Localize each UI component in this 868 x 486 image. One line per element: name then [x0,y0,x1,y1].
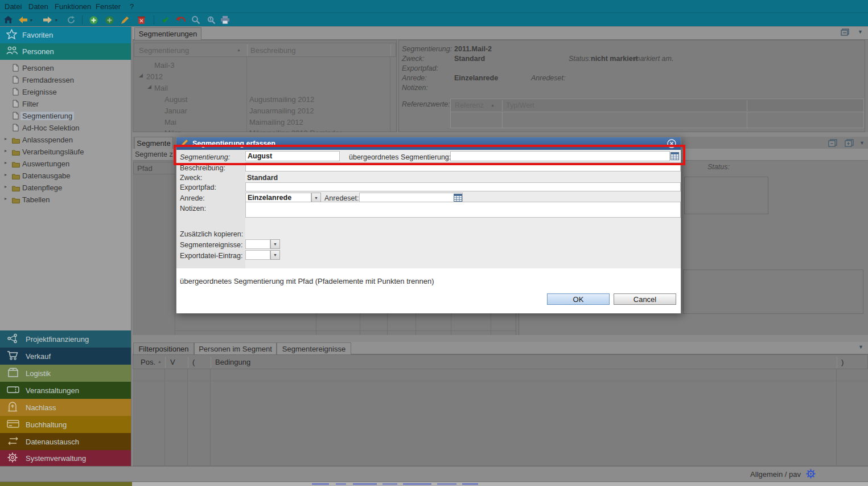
detail-anrede-label: Anrede: [402,74,427,82]
home-icon[interactable] [3,15,13,25]
forward-dropdown-icon[interactable]: ▼ [54,15,59,25]
module-nachlass[interactable]: Nachlass [0,399,131,416]
back-icon[interactable] [18,15,28,25]
status-bar: Allgemein / pav [0,466,868,481]
toolbar-separator [82,15,83,24]
column-segmentierung[interactable]: Segmentierung [139,46,189,55]
sidebar-item-fremdadressen[interactable]: Fremdadressen [0,74,131,86]
refresh-icon[interactable] [66,15,76,25]
cancel-button[interactable]: Cancel [614,293,676,305]
menu-daten[interactable]: Daten [28,2,48,11]
settings-gear-icon[interactable] [806,469,816,481]
expand-all-icon[interactable] [845,139,854,150]
sidebar-section-personen[interactable]: Personen [0,43,131,60]
sort-asc-icon: ▲ [237,48,241,52]
module-verkauf[interactable]: Verkauf [0,348,131,365]
tab-personen-im-segment[interactable]: Personen im Segment [194,342,277,354]
tab-filterpositionen[interactable]: Filterpositionen [133,342,194,354]
sidebar-folder-verarbeitungslaeufe[interactable]: ▸Verarbeitungsläufe [0,146,131,158]
segmente-status-label: Status: [707,163,730,171]
exportdatei-dropdown-button[interactable]: ▼ [270,250,280,260]
column-close-paren[interactable]: ) [841,358,844,366]
expand-arrow-icon[interactable]: ▸ [5,172,7,177]
column-referenz[interactable]: Referenz [455,101,484,109]
menu-help[interactable]: ? [130,2,134,11]
exportpfad-input[interactable] [245,182,681,191]
exportdatei-dropdown[interactable] [245,250,270,260]
ok-button[interactable]: OK [547,293,610,305]
sidebar-item-personen[interactable]: Personen [0,62,131,74]
card-icon [7,419,20,430]
module-veranstaltungen[interactable]: Veranstaltungen [0,382,131,399]
sidebar-item-adhoc-selektion[interactable]: Ad-Hoc Selektion [0,122,131,134]
print-icon[interactable] [220,15,230,25]
menu-datei[interactable]: Datei [5,2,22,11]
segmentereignisse-dropdown-button[interactable]: ▼ [270,239,280,249]
column-bedingung[interactable]: Bedingung [215,358,250,366]
sidebar-folder-auswertungen[interactable]: ▸Auswertungen [0,158,131,170]
sidebar-folder-tabellen[interactable]: ▸Tabellen [0,194,131,206]
module-projektfinanzierung[interactable]: Projektfinanzierung [0,330,131,348]
search-person-icon[interactable] [206,15,216,25]
field-zweck-value: Standard [247,174,278,182]
column-v[interactable]: V [170,358,175,366]
module-buchhaltung[interactable]: Buchhaltung [0,416,131,433]
field-beschreibung-label: Beschreibung: [180,164,225,172]
highlight-annotation-box [174,145,685,165]
sidebar-item-segmentierung[interactable]: Segmentierung [0,110,131,122]
tree-table-header: Segmentierung ▲ Beschreibung [134,43,396,57]
confirm-icon[interactable]: ✔ [161,15,171,25]
sidebar-item-filter[interactable]: Filter [0,98,131,110]
expand-arrow-icon[interactable]: ▸ [5,136,7,141]
folder-icon [12,149,20,157]
sidebar-folder-datenausgabe[interactable]: ▸Datenausgabe [0,170,131,182]
undo-icon[interactable] [175,15,186,25]
sidebar-folder-anlassspenden[interactable]: ▸Anlassspenden [0,134,131,146]
module-datenaustausch[interactable]: Datenaustausch [0,433,131,450]
panel-collapse-icon[interactable]: ▼ [858,344,863,350]
detail-zweck-value: Standard [454,55,485,63]
menu-fenster[interactable]: Fenster [96,2,121,11]
toolbar-separator [154,15,154,24]
pfad-column-header[interactable]: Pfad [133,162,175,174]
segmentereignisse-dropdown[interactable] [245,239,270,249]
collapse-all-icon[interactable] [828,139,837,150]
panel-collapse-icon[interactable]: ▼ [858,29,863,35]
sidebar-folder-datenpflege[interactable]: ▸Datenpflege [0,182,131,194]
menu-funktionen[interactable]: Funktionen [55,2,91,11]
expand-arrow-icon[interactable]: ▸ [5,160,7,165]
duplicate-record-icon[interactable] [104,15,114,25]
column-typ-wert[interactable]: Typ/Wert [506,101,534,109]
tab-segmentierungen[interactable]: Segmentierungen [134,27,201,40]
column-pos[interactable]: Pos. [141,358,155,366]
tab-segmentereignisse[interactable]: Segmentereignisse [277,342,351,354]
column-beschreibung[interactable]: Beschreibung [250,46,296,55]
expand-arrow-icon[interactable]: ▸ [5,148,7,153]
segmente-grid-fragment [176,313,519,335]
horizontal-splitter[interactable] [133,132,868,137]
delete-record-icon[interactable] [136,15,146,25]
back-dropdown-icon[interactable]: ▼ [28,15,34,25]
detail-anredeset-label: Anredeset: [531,74,565,82]
tab-segmente[interactable]: Segmente [134,137,173,149]
expand-arrow-icon[interactable]: ▸ [5,196,7,201]
forward-icon[interactable] [42,15,52,25]
sidebar-section-favoriten[interactable]: Favoriten [0,27,131,43]
module-logistik[interactable]: Logistik [0,365,131,382]
notizen-textarea[interactable] [245,202,681,218]
search-icon[interactable] [191,15,201,25]
folder-icon [12,185,20,193]
add-record-icon[interactable] [88,15,98,25]
panel-collapse-icon[interactable]: ▼ [859,140,865,146]
star-icon [6,29,18,41]
edit-record-icon[interactable] [120,15,130,25]
sidebar-item-ereignisse[interactable]: Ereignisse [0,86,131,98]
expand-arrow-icon[interactable]: ▸ [5,184,7,189]
detail-markiert-am-label: markiert am. [634,55,673,63]
module-systemverwaltung[interactable]: Systemverwaltung [0,450,131,466]
detail-status-value: nicht markiert [591,55,638,63]
window-restore-icon[interactable] [841,28,850,39]
column-open-paren[interactable]: ( [192,358,195,366]
pfad-column-body [133,174,175,335]
horizontal-splitter[interactable] [133,335,868,342]
